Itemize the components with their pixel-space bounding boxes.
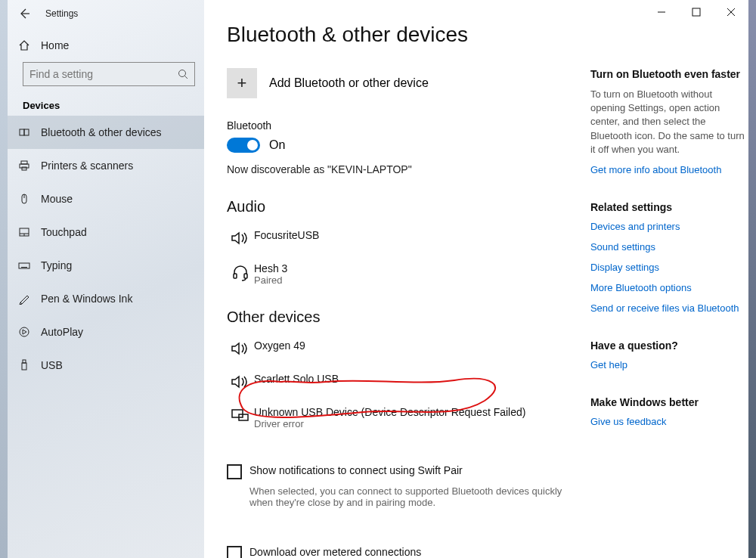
device-status: Paired bbox=[254, 274, 569, 286]
device-name: Oxygen 49 bbox=[254, 339, 569, 352]
printer-icon bbox=[8, 160, 41, 172]
metered-checkbox[interactable] bbox=[227, 546, 242, 558]
swift-pair-label: Show notifications to connect using Swif… bbox=[249, 464, 463, 476]
sidebar: Home Devices Bluetooth & other devices P… bbox=[8, 0, 204, 558]
add-device-button[interactable]: + Add Bluetooth or other device bbox=[227, 68, 569, 98]
sidebar-item-label: USB bbox=[41, 359, 63, 371]
svg-rect-7 bbox=[24, 129, 29, 135]
svg-rect-6 bbox=[20, 129, 24, 135]
aside-related-head: Related settings bbox=[590, 201, 748, 213]
sidebar-item-label: Touchpad bbox=[41, 226, 87, 238]
svg-rect-1 bbox=[692, 8, 700, 16]
sidebar-item-mouse[interactable]: Mouse bbox=[8, 182, 204, 215]
device-row[interactable]: Unknown USB Device (Device Descriptor Re… bbox=[227, 401, 569, 442]
speaker-icon bbox=[227, 339, 254, 356]
home-icon bbox=[8, 39, 41, 51]
sidebar-item-typing[interactable]: Typing bbox=[8, 249, 204, 282]
svg-rect-24 bbox=[22, 363, 26, 370]
svg-point-4 bbox=[179, 70, 186, 77]
pen-icon bbox=[8, 293, 41, 305]
main-content: Bluetooth & other devices + Add Bluetoot… bbox=[204, 0, 748, 558]
link-get-help[interactable]: Get help bbox=[590, 359, 748, 370]
plus-icon: + bbox=[227, 68, 257, 98]
link-devices-printers[interactable]: Devices and printers bbox=[590, 221, 748, 232]
aside-faster-head: Turn on Bluetooth even faster bbox=[590, 68, 748, 80]
search-input[interactable] bbox=[29, 68, 178, 80]
device-name: Scarlett Solo USB bbox=[254, 373, 569, 385]
aside-question-head: Have a question? bbox=[590, 339, 748, 352]
sidebar-item-autoplay[interactable]: AutoPlay bbox=[8, 315, 204, 349]
other-group-title: Other devices bbox=[227, 308, 569, 326]
svg-point-22 bbox=[20, 327, 29, 336]
maximize-button[interactable] bbox=[679, 0, 714, 24]
device-row[interactable]: FocusriteUSB bbox=[227, 225, 569, 258]
unknown-device-icon bbox=[227, 406, 254, 423]
sidebar-item-bluetooth[interactable]: Bluetooth & other devices bbox=[8, 116, 204, 149]
svg-rect-27 bbox=[232, 410, 243, 417]
aside-faster-link[interactable]: Get more info about Bluetooth bbox=[590, 164, 748, 175]
aside-column: Turn on Bluetooth even faster To turn on… bbox=[590, 68, 748, 558]
bluetooth-toggle-state: On bbox=[269, 138, 285, 152]
aside-faster-body: To turn on Bluetooth without opening Set… bbox=[590, 88, 748, 157]
svg-line-5 bbox=[185, 76, 188, 79]
content-column: + Add Bluetooth or other device Bluetoot… bbox=[227, 68, 569, 558]
device-status: Driver error bbox=[254, 418, 569, 429]
aside-feedback-head: Make Windows better bbox=[590, 396, 748, 408]
metered-label: Download over metered connections bbox=[249, 546, 421, 558]
close-button[interactable] bbox=[714, 0, 748, 24]
speaker-icon bbox=[227, 373, 254, 389]
svg-rect-8 bbox=[21, 161, 27, 164]
window-title: Settings bbox=[41, 8, 78, 19]
device-row[interactable]: Hesh 3 Paired bbox=[227, 258, 569, 298]
device-row[interactable]: Scarlett Solo USB bbox=[227, 368, 569, 401]
bluetooth-devices-icon bbox=[8, 126, 41, 138]
sidebar-item-label: Mouse bbox=[41, 193, 73, 205]
sidebar-item-label: AutoPlay bbox=[41, 326, 83, 338]
device-row[interactable]: Oxygen 49 bbox=[227, 335, 569, 368]
sidebar-item-pen[interactable]: Pen & Windows Ink bbox=[8, 282, 204, 315]
sidebar-item-touchpad[interactable]: Touchpad bbox=[8, 215, 204, 249]
discoverable-text: Now discoverable as "KEVIN-LAPTOP" bbox=[227, 163, 569, 175]
autoplay-icon bbox=[8, 326, 41, 338]
headset-icon bbox=[227, 262, 254, 282]
home-nav[interactable]: Home bbox=[8, 30, 204, 60]
sidebar-item-printers[interactable]: Printers & scanners bbox=[8, 149, 204, 182]
speaker-icon bbox=[227, 229, 254, 246]
svg-rect-26 bbox=[244, 274, 247, 278]
audio-group-title: Audio bbox=[227, 198, 569, 215]
back-button[interactable] bbox=[8, 0, 41, 27]
bluetooth-toggle[interactable] bbox=[227, 138, 260, 153]
svg-rect-23 bbox=[23, 360, 26, 363]
swift-pair-checkbox[interactable] bbox=[227, 464, 242, 479]
usb-icon bbox=[8, 359, 41, 371]
sidebar-item-label: Printers & scanners bbox=[41, 160, 133, 172]
sidebar-item-label: Pen & Windows Ink bbox=[41, 293, 132, 305]
link-sound-settings[interactable]: Sound settings bbox=[590, 241, 748, 253]
device-name: FocusriteUSB bbox=[254, 229, 569, 241]
search-icon bbox=[178, 69, 188, 79]
device-name: Unknown USB Device (Device Descriptor Re… bbox=[254, 406, 569, 418]
link-send-receive-files[interactable]: Send or receive files via Bluetooth bbox=[590, 302, 748, 314]
minimize-button[interactable] bbox=[644, 0, 679, 24]
link-more-bluetooth[interactable]: More Bluetooth options bbox=[590, 282, 748, 293]
add-device-label: Add Bluetooth or other device bbox=[269, 76, 429, 90]
home-label: Home bbox=[41, 39, 69, 51]
link-give-feedback[interactable]: Give us feedback bbox=[590, 416, 748, 427]
swift-pair-help: When selected, you can connect to suppor… bbox=[249, 485, 567, 508]
sidebar-item-label: Bluetooth & other devices bbox=[41, 126, 162, 138]
search-box[interactable] bbox=[23, 62, 195, 86]
touchpad-icon bbox=[8, 226, 41, 238]
bluetooth-label: Bluetooth bbox=[227, 119, 569, 132]
settings-window: Settings Home Devices Bluetooth & other bbox=[8, 0, 748, 558]
desktop-sliver-right bbox=[748, 0, 756, 558]
title-bar: Settings bbox=[8, 0, 748, 27]
mouse-icon bbox=[8, 193, 41, 205]
sidebar-section-label: Devices bbox=[8, 92, 204, 116]
desktop-sliver-left bbox=[0, 0, 8, 558]
link-display-settings[interactable]: Display settings bbox=[590, 262, 748, 273]
sidebar-item-usb[interactable]: USB bbox=[8, 349, 204, 382]
device-name: Hesh 3 bbox=[254, 262, 569, 274]
svg-rect-25 bbox=[234, 274, 237, 278]
sidebar-item-label: Typing bbox=[41, 259, 72, 271]
keyboard-icon bbox=[8, 259, 41, 271]
